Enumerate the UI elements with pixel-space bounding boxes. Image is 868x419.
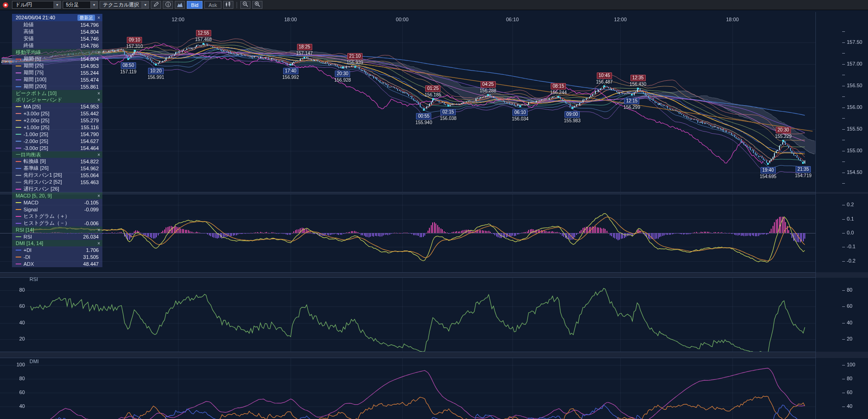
dmi-panel-title: DMI <box>30 359 39 364</box>
indicator-label: RSI <box>24 234 32 239</box>
indicator-color-swatch <box>16 106 21 107</box>
indicator-label: 転換線 [9] <box>24 158 46 165</box>
price-axis-label: 155.00 <box>847 148 862 153</box>
indicator-label: ヒストグラム（－） <box>24 220 70 227</box>
indicator-section-header: 一目均衡表× <box>12 151 102 158</box>
indicator-color-swatch <box>16 182 21 183</box>
indicator-color-swatch <box>16 141 21 142</box>
price-axis-label: 156.00 <box>847 104 862 110</box>
indicator-label: Signal <box>24 207 38 212</box>
indicator-row: 期間 [75]155.244 <box>12 69 102 76</box>
indicator-color-swatch <box>16 216 21 217</box>
draw-tool-button[interactable] <box>151 1 161 9</box>
time-axis-label: 06:10 <box>502 17 523 22</box>
dmi-axis-label: 80 <box>8 376 25 381</box>
indicator-row: 先行スパン1 [26]155.064 <box>12 172 102 179</box>
indicator-row: -DI31.505 <box>12 253 102 260</box>
area-chart-icon <box>177 1 183 9</box>
indicator-section-header: ボリンジャーバンド× <box>12 96 102 103</box>
close-icon[interactable]: × <box>97 15 100 20</box>
timeframe-value: 5分足 <box>66 1 79 8</box>
indicator-section-title: 移動平均線 <box>16 49 41 56</box>
indicator-label: -DI <box>24 254 30 260</box>
indicator-color-swatch <box>16 175 21 176</box>
indicator-row: 期間 [25]154.953 <box>12 62 102 69</box>
chevron-down-icon[interactable]: ▼ <box>54 1 60 8</box>
price-chart-canvas[interactable] <box>0 0 868 419</box>
time-axis-label: 00:00 <box>392 17 412 22</box>
dmi-axis-label: 40 <box>8 403 25 409</box>
indicator-label: +1.00σ [25] <box>24 125 49 130</box>
indicator-row: 期間 [100]155.474 <box>12 76 102 83</box>
info-button[interactable] <box>163 1 173 9</box>
indicator-row: 安値154.746 <box>12 35 102 42</box>
ask-toggle[interactable]: Ask <box>204 1 221 9</box>
indicator-section-header: RSI [14]× <box>12 227 102 233</box>
indicator-panel-header: 2024/06/04 21:40 最新足 × <box>12 14 102 21</box>
indicator-value: 155.064 <box>80 173 99 178</box>
indicator-value: 154.627 <box>80 138 99 144</box>
indicator-color-swatch <box>16 236 21 237</box>
close-icon[interactable]: × <box>97 241 100 246</box>
technical-select-button[interactable]: テクニカル選択 ▼ <box>100 1 149 9</box>
chevron-down-icon[interactable]: ▼ <box>90 1 97 8</box>
indicator-color-swatch <box>16 134 21 135</box>
indicator-label: MACD <box>24 200 38 205</box>
close-icon[interactable]: × <box>97 193 100 198</box>
indicator-color-swatch <box>16 263 21 264</box>
indicator-row: -1.00σ [25]154.790 <box>12 131 102 138</box>
indicator-row: +3.00σ [25]155.442 <box>12 110 102 117</box>
bid-toggle[interactable]: Bid <box>187 1 202 9</box>
indicator-label: 先行スパン2 [52] <box>24 179 62 186</box>
indicator-label: 期間 [75] <box>24 69 43 76</box>
indicator-label: -1.00σ [25] <box>24 132 48 137</box>
price-axis-label: 156.50 <box>847 83 862 88</box>
timeframe-select[interactable]: 5分足 ▼ <box>63 1 98 9</box>
indicator-value: 154.464 <box>80 145 99 151</box>
rsi-axis-label: 60 <box>847 303 852 309</box>
indicator-color-swatch <box>16 250 21 251</box>
indicator-label: +3.00σ [25] <box>24 111 49 116</box>
close-icon[interactable]: × <box>97 50 100 55</box>
indicator-value: 154.804 <box>80 56 99 62</box>
dmi-axis-label: 60 <box>8 389 25 395</box>
indicator-value: 154.962 <box>80 166 99 171</box>
indicator-color-swatch <box>16 86 21 87</box>
indicator-row: 転換線 [9]154.822 <box>12 158 102 165</box>
indicator-label: 期間 [100] <box>24 76 47 83</box>
indicator-section-title: DMI [14, 14] <box>16 240 43 246</box>
dmi-axis-label: 40 <box>847 403 852 409</box>
indicator-value: -0.105 <box>84 200 99 205</box>
indicator-row: +1.00σ [25]155.116 <box>12 124 102 131</box>
indicator-value: -0.099 <box>84 207 99 212</box>
macd-axis-label: 0.1 <box>847 216 854 221</box>
close-icon[interactable]: × <box>97 91 100 96</box>
chart-style-button[interactable] <box>175 1 185 9</box>
close-icon[interactable]: × <box>97 227 100 233</box>
close-icon[interactable]: × <box>97 97 100 102</box>
candle-style-button[interactable] <box>223 1 233 9</box>
indicator-value: 48.447 <box>83 261 99 267</box>
zoom-in-button[interactable] <box>252 1 262 9</box>
indicator-row: -2.00σ [25]154.627 <box>12 138 102 144</box>
zoom-out-button[interactable] <box>240 1 250 9</box>
currency-pair-select[interactable]: ドル/円 ▼ <box>12 1 61 9</box>
indicator-color-swatch <box>16 189 21 190</box>
indicator-section-header: ピークボトム [10]× <box>12 90 102 96</box>
indicator-label: 期間 [5] <box>24 55 41 62</box>
indicator-section-title: RSI [14] <box>16 227 34 233</box>
close-icon[interactable]: × <box>97 152 100 157</box>
indicator-row: MACD-0.105 <box>12 199 102 206</box>
zoom-in-icon <box>254 1 261 9</box>
indicator-value: 154.822 <box>80 159 99 164</box>
indicator-row: RSI26.034 <box>12 233 102 240</box>
indicator-label: 期間 [200] <box>24 83 47 90</box>
indicator-row: 遅行スパン [26] <box>12 186 102 192</box>
indicator-row: ADX48.447 <box>12 260 102 267</box>
dmi-axis-label: 60 <box>847 389 852 395</box>
indicator-value: 154.953 <box>80 63 99 69</box>
indicator-color-swatch <box>16 66 21 66</box>
indicator-section-title: ボリンジャーバンド <box>16 96 62 103</box>
indicator-value: 155.442 <box>80 111 99 116</box>
indicator-color-swatch <box>16 209 21 210</box>
